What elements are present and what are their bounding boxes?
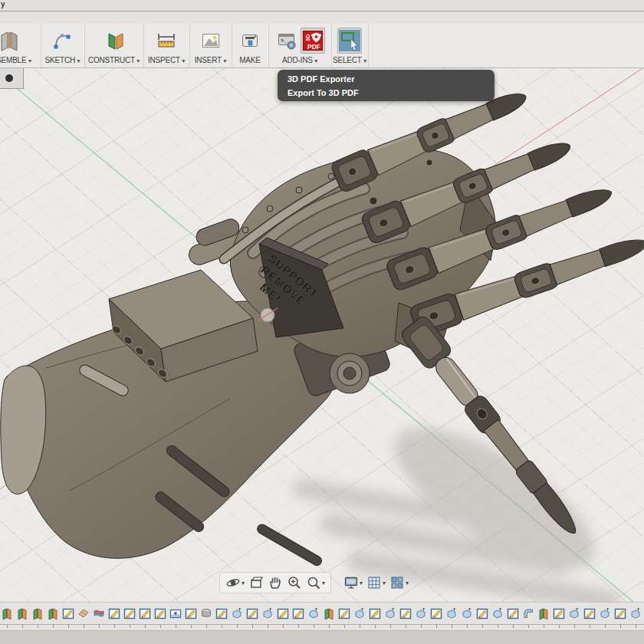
timeline-feature-sketch[interactable] [108,607,121,620]
timeline-feature-extrude[interactable] [445,607,458,620]
timeline-feature-extrude[interactable] [629,607,642,620]
toolbar-button-insert[interactable]: INSERT ▾ [189,24,232,67]
timeline-tick [482,625,483,628]
display-settings-icon [343,575,359,590]
timeline-feature-sketch[interactable] [430,607,443,620]
timeline-feature-revolve[interactable] [200,607,213,620]
fusion360-window: SUPPORT REMOVE ME! [0,0,644,644]
timeline-feature-plane[interactable] [47,607,60,620]
toolbar-label: ASSEMBLE ▾ [0,56,31,64]
timeline-feature-sketch[interactable] [139,607,152,620]
timeline-tick [268,625,268,628]
timeline-feature-extrude[interactable] [599,607,612,620]
timeline-tick [68,625,69,628]
timeline-feature-extrude[interactable] [461,607,474,620]
timeline-feature-plane[interactable] [16,607,29,620]
toolbar-label: INSPECT ▾ [148,56,185,64]
timeline-feature-sketch[interactable] [62,607,75,620]
menu-item-export-to-3d-pdf[interactable]: Export To 3D PDF [278,86,495,100]
timeline-feature-extrude[interactable] [568,607,581,620]
timeline-tick [636,625,636,628]
timeline-tick [559,625,560,628]
timeline-feature-form[interactable] [77,607,90,620]
timeline-feature-plane[interactable] [31,607,44,620]
timeline-feature-extrude[interactable] [231,607,244,620]
addins-icon: >_ [276,30,297,51]
timeline-feature-sketch[interactable] [399,607,412,620]
timeline-tick [22,625,23,628]
timeline-tick [544,625,544,628]
ribbon-toolbar: ASSEMBLE ▾SKETCH ▾CONSTRUCT ▾INSPECT ▾IN… [0,24,644,68]
timeline-feature-sketch[interactable] [154,607,167,620]
toolbar-label: CONSTRUCT ▾ [88,56,140,64]
timeline-feature-sketch[interactable] [277,607,290,620]
timeline-feature-sketch[interactable] [507,607,520,620]
timeline-feature-sketch[interactable] [185,607,198,620]
toolbar-slot-pdf3d-icon[interactable]: 3DPDF [301,28,325,54]
svg-text:PDF: PDF [307,43,320,51]
nav-button-grid-layout[interactable]: ▾ [366,575,386,590]
timeline-feature-extrude[interactable] [415,607,428,620]
chevron-down-icon: ▾ [406,580,409,586]
timeline-feature-sketch[interactable] [553,607,566,620]
title-strip: y [0,0,644,12]
chevron-down-icon: ▾ [136,58,140,64]
timeline-feature-sketch[interactable] [583,607,596,620]
timeline-tick [620,625,621,628]
chevron-down-icon: ▾ [314,58,317,64]
timeline-feature-sketch[interactable] [338,607,351,620]
timeline-feature-extrude[interactable] [384,607,397,620]
timeline-feature-fillet[interactable] [522,607,535,620]
timeline-feature-plane[interactable] [1,607,14,620]
timeline-feature-sketch[interactable] [123,607,136,620]
timeline-feature-extrude[interactable] [261,607,274,620]
timeline-feature-boxdot[interactable] [169,607,182,620]
chevron-down-icon: ▾ [363,58,366,64]
nav-button-zoom[interactable] [287,575,302,590]
toolbar-button-add-ins[interactable]: >_3DPDFADD-INS ▾ [268,24,332,67]
nav-button-viewports[interactable]: ▾ [389,575,409,590]
timeline-tick [84,625,84,628]
svg-text:3D: 3D [304,34,311,41]
chevron-down-icon: ▾ [77,58,80,64]
nav-button-orbit[interactable]: ▾ [225,575,245,590]
timeline-tick [528,625,529,628]
toolbar-label: MAKE [239,56,261,64]
timeline-tick [237,625,238,628]
timeline-feature-loft[interactable] [93,607,106,620]
timeline-tick [452,625,452,628]
toolbar-button-select[interactable]: SELECT ▾ [331,24,369,67]
timeline-feature-plane[interactable] [537,607,550,620]
nav-button-fit-zoom[interactable]: ▾ [306,575,325,590]
menu-item-3d-pdf-exporter[interactable]: 3D PDF Exporter [278,72,495,86]
timeline-feature-sketch[interactable] [369,607,382,620]
browser-toggle[interactable] [0,67,24,89]
toolbar-button-construct[interactable]: CONSTRUCT ▾ [84,24,144,67]
toolbar-button-inspect[interactable]: INSPECT ▾ [143,24,190,67]
timeline-feature-sketch[interactable] [476,607,489,620]
toolbar-label: SELECT ▾ [333,56,366,64]
timeline-feature-sketch[interactable] [614,607,627,620]
browser-toggle-icon [5,74,13,82]
timeline-feature-sketch[interactable] [246,607,259,620]
nav-button-pan[interactable] [268,575,283,590]
timeline-feature-sketch[interactable] [215,607,228,620]
timeline-tick [206,625,207,628]
toolbar-button-sketch[interactable]: SKETCH ▾ [41,24,85,67]
nav-button-look-at[interactable] [248,575,264,590]
toolbar-button-assemble[interactable]: ASSEMBLE ▾ [0,24,41,67]
timeline-feature-plane[interactable] [323,607,336,620]
nav-button-display-settings[interactable]: ▾ [343,575,363,590]
timeline-tick [114,625,115,628]
toolbar-upper-strip [0,12,644,24]
view-navigation-bar: ▾▾▾▾▾ [219,572,409,593]
timeline-feature-extrude[interactable] [353,607,366,620]
timeline-tick [53,625,54,628]
timeline-feature-extrude[interactable] [307,607,320,620]
timeline-feature-sketch[interactable] [292,607,305,620]
timeline-tick [283,625,284,628]
timeline-feature-extrude[interactable] [491,607,504,620]
zoom-icon [287,575,302,590]
toolbar-button-make[interactable]: MAKE [232,24,269,67]
timeline-ruler[interactable] [0,624,644,625]
